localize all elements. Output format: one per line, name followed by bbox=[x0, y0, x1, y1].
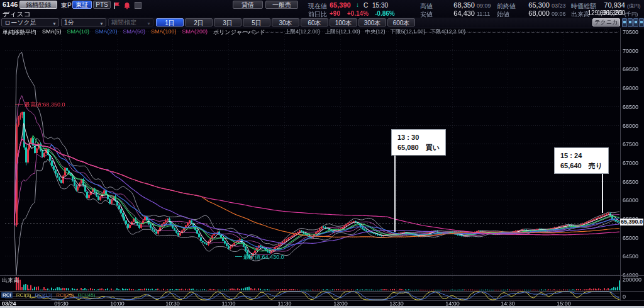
chevron-down-icon: ▼ bbox=[147, 20, 151, 27]
period-button-1日[interactable]: 1日 bbox=[156, 18, 184, 26]
sma-items: SMA(5)SMA(10)SMA(20)SMA(50)SMA(100)SMA(2… bbox=[42, 28, 208, 37]
prev-close-date: 03/23 bbox=[552, 3, 566, 9]
volume-pane-title: 出来高 bbox=[2, 277, 19, 285]
down-arrow-icon: ↓ bbox=[356, 1, 359, 8]
bollinger-param: 中央(12) bbox=[365, 28, 386, 36]
period-button-100本[interactable]: 100本 bbox=[330, 18, 357, 26]
dotted-leader bbox=[412, 32, 618, 33]
exchange-tse-button[interactable]: 東証 bbox=[72, 1, 92, 9]
session-high-annotation: 最高値:68,350.0 bbox=[25, 101, 65, 109]
high-leader-line bbox=[15, 105, 23, 105]
bar-chart-icon[interactable] bbox=[639, 18, 644, 27]
sma-legend-item: SMA(5) bbox=[42, 28, 62, 37]
buy-marker-line bbox=[394, 155, 396, 232]
bollinger-param: 上限4(12,2.00) bbox=[285, 28, 320, 36]
header: 6146 銘柄登録 東P 東証 PTS 貸借 一般売 現在値 65,390 ↓ … bbox=[0, 0, 644, 18]
rci-legend-item: RCI(45) bbox=[77, 292, 95, 298]
buy-time: 13 : 30 bbox=[397, 132, 440, 142]
current-price-label: 現在値 bbox=[308, 2, 327, 11]
period-button-60本[interactable]: 60本 bbox=[301, 18, 328, 26]
interval-select[interactable]: 1分▼ bbox=[61, 18, 106, 26]
sell-price: 65,640 売り bbox=[560, 161, 602, 171]
chart-tool-icons bbox=[622, 18, 644, 27]
turnover-unit: (千円) bbox=[625, 11, 638, 18]
low-value: 64,430 bbox=[440, 9, 475, 17]
period-button-600本[interactable]: 600本 bbox=[387, 18, 415, 26]
high-label: 高値 bbox=[420, 2, 433, 11]
sell-time: 15 : 24 bbox=[560, 151, 602, 161]
open-value: 68,000 bbox=[519, 9, 550, 17]
period-buttons: 1日2日3日5日30本60本100本300本600本 bbox=[156, 18, 415, 26]
range-select[interactable]: 期間指定▼ bbox=[108, 18, 153, 26]
chart-toolbar: ローソク足▼ 1分▼ 期間指定▼ 1日2日3日5日30本60本100本300本6… bbox=[0, 18, 644, 28]
bollinger-param: 上限5(12,1.00) bbox=[325, 28, 360, 36]
change-value: +90 bbox=[330, 10, 340, 17]
sell-order-callout[interactable]: 15 : 24 65,640 売り bbox=[554, 147, 609, 174]
register-stock-button[interactable]: 銘柄登録 bbox=[19, 1, 57, 9]
period-button-5日[interactable]: 5日 bbox=[243, 18, 270, 26]
chevron-down-icon: ▼ bbox=[52, 20, 57, 27]
loan-margin-button[interactable]: 貸借 bbox=[233, 1, 263, 9]
zoom-icon[interactable] bbox=[628, 18, 633, 27]
market-cap-value: 70,934 bbox=[597, 1, 625, 9]
sma-legend-item: SMA(50) bbox=[123, 28, 146, 37]
period-button-30本[interactable]: 30本 bbox=[272, 18, 299, 26]
alert-bell-icon[interactable] bbox=[123, 1, 131, 12]
period-button-2日[interactable]: 2日 bbox=[185, 18, 213, 26]
period-button-300本[interactable]: 300本 bbox=[358, 18, 386, 26]
trading-chart-window: 6146 銘柄登録 東P 東証 PTS 貸借 一般売 現在値 65,390 ↓ … bbox=[0, 0, 644, 308]
chevron-down-icon: ▼ bbox=[99, 20, 104, 27]
sell-marker-line bbox=[602, 170, 603, 213]
buy-price: 65,080 買い bbox=[397, 142, 440, 152]
rci-legend-item: RCI bbox=[1, 292, 13, 298]
sma-legend-item: SMA(20) bbox=[95, 28, 118, 37]
market-cap-unit: (億円) bbox=[627, 3, 640, 9]
turnover-value: 129,681,359 bbox=[584, 9, 623, 16]
low-time: 11:11 bbox=[477, 11, 490, 17]
chart-type-select[interactable]: ローソク足▼ bbox=[1, 18, 59, 26]
general-sell-button[interactable]: 一般売 bbox=[265, 1, 298, 9]
open-time: 09:06 bbox=[552, 11, 566, 17]
rci-legend-item: RCI(9) bbox=[16, 292, 31, 298]
close-flag: C bbox=[364, 2, 368, 9]
buy-order-callout[interactable]: 13 : 30 65,080 買い bbox=[391, 129, 446, 156]
prev-close-label: 前終値 bbox=[497, 2, 516, 11]
market-segment: 東P bbox=[61, 1, 72, 10]
pts-button[interactable]: PTS bbox=[93, 1, 111, 9]
indicator-legend: 単純移動平均 SMA(5)SMA(10)SMA(20)SMA(50)SMA(10… bbox=[0, 28, 644, 35]
current-price-value: 65,390 bbox=[330, 1, 351, 9]
sma-legend-item: SMA(100) bbox=[151, 28, 177, 37]
low-leader-line bbox=[235, 256, 242, 257]
technical-button[interactable]: テクニカル bbox=[592, 18, 620, 26]
change-percent-2: -0.86% bbox=[375, 10, 395, 17]
grid-icon[interactable] bbox=[633, 18, 638, 27]
sma-legend-title: 単純移動平均 bbox=[3, 28, 36, 37]
prev-close-value: 65,300 bbox=[519, 1, 550, 9]
dotted-leader bbox=[239, 32, 283, 33]
current-time: 15:30 bbox=[372, 2, 388, 9]
price-chart-canvas[interactable] bbox=[0, 0, 644, 308]
pencil-icon[interactable] bbox=[622, 18, 627, 27]
current-price-tag: 65,390.0 bbox=[620, 219, 643, 225]
high-value: 68,350 bbox=[440, 1, 475, 9]
rci-legend-item: RCI(26) bbox=[56, 292, 74, 298]
change-percent: +0.14% bbox=[347, 10, 369, 17]
alert-flag-icon[interactable] bbox=[113, 1, 120, 12]
period-button-3日[interactable]: 3日 bbox=[214, 18, 242, 26]
high-time: 09:09 bbox=[477, 3, 491, 9]
rci-legend-item: RCI(13) bbox=[35, 292, 52, 298]
sma-legend-item: SMA(200) bbox=[182, 28, 208, 37]
sma-legend-item: SMA(10) bbox=[67, 28, 90, 37]
rci-pane-legend: RCIRCI(9)RCI(13)RCI(26)RCI(45) bbox=[1, 292, 95, 298]
session-low-annotation: 最安値:64,430.0 bbox=[243, 253, 284, 261]
stock-code: 6146 bbox=[3, 1, 18, 8]
memo-icon[interactable] bbox=[135, 2, 142, 9]
